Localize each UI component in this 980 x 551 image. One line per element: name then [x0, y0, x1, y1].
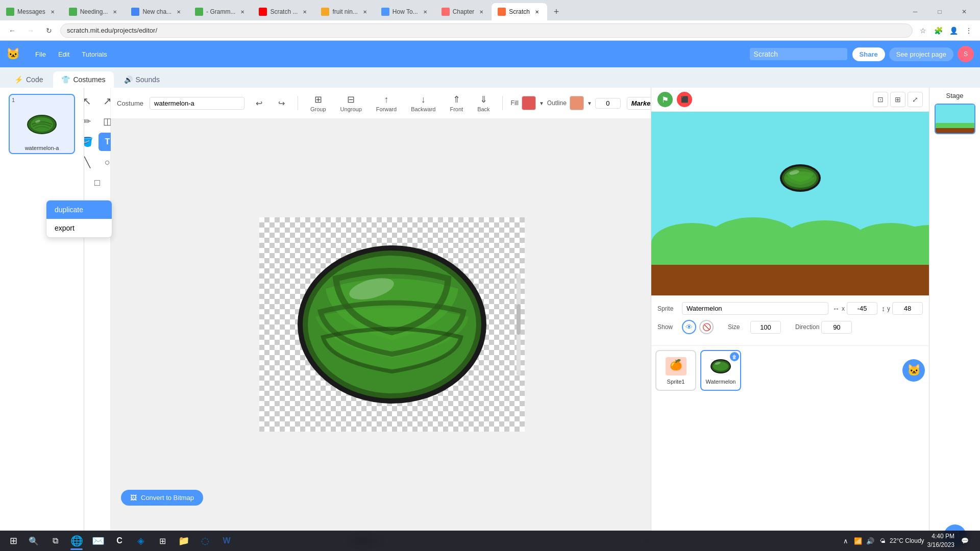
tab-code[interactable]: ⚡ Code	[6, 71, 51, 88]
tab-close-active[interactable]: ✕	[533, 8, 541, 16]
tab-sounds[interactable]: 🔊 Sounds	[116, 71, 168, 88]
costume-name-input[interactable]	[150, 97, 244, 110]
tab-close[interactable]: ✕	[175, 8, 183, 16]
show-eye-button[interactable]: 👁	[682, 320, 696, 334]
search-button[interactable]: 🔍	[23, 531, 44, 551]
group-button[interactable]: ⊞ Group	[306, 92, 330, 114]
fill-dropdown-arrow[interactable]: ▼	[539, 101, 544, 106]
tool-brush[interactable]: ✏	[84, 112, 96, 131]
url-bar[interactable]: scratch.mit.edu/projects/editor/	[60, 23, 913, 38]
tool-line[interactable]: ╲	[84, 153, 96, 171]
tab-messages[interactable]: Messages ✕	[0, 3, 63, 20]
stop-button[interactable]: ⬛	[677, 92, 692, 107]
ungroup-button[interactable]: ⊟ Ungroup	[336, 92, 366, 114]
sprite-name-input[interactable]	[682, 302, 828, 315]
sprite-item-watermelon[interactable]: 🗑 Watermelon	[700, 350, 741, 391]
context-menu-export[interactable]: export	[46, 219, 112, 237]
tab-costumes[interactable]: 👕 Costumes	[53, 71, 113, 88]
tray-expand-icon[interactable]: ∧	[841, 536, 851, 546]
tool-rect[interactable]: □	[88, 173, 107, 192]
tab-close[interactable]: ✕	[421, 8, 429, 16]
task-view-button[interactable]: ⧉	[45, 531, 65, 551]
view-stage-button[interactable]: ⊞	[890, 92, 905, 107]
user-avatar[interactable]: S	[958, 46, 974, 62]
extensions-icon[interactable]: 🧩	[932, 24, 944, 37]
canva-taskbar-button[interactable]: C	[109, 531, 130, 551]
green-flag-button[interactable]: ⚑	[657, 92, 673, 107]
tab-newcha[interactable]: New cha... ✕	[125, 3, 189, 20]
view-normal-button[interactable]: ⊡	[873, 92, 888, 107]
forward-button[interactable]: ↑ Forward	[372, 92, 401, 114]
tab-close[interactable]: ✕	[111, 8, 119, 16]
tab-fruitninja[interactable]: fruit nin... ✕	[315, 3, 375, 20]
sprite-item-1[interactable]: 🍊 Sprite1	[655, 350, 696, 391]
edge-taskbar-button[interactable]: ◌	[195, 531, 215, 551]
menu-tutorials[interactable]: Tutorials	[77, 48, 112, 60]
tab-needing[interactable]: Needing... ✕	[63, 3, 126, 20]
direction-input[interactable]	[821, 321, 852, 334]
menu-file[interactable]: File	[30, 48, 51, 60]
y-input[interactable]	[892, 302, 923, 315]
tab-close[interactable]: ✕	[301, 8, 309, 16]
x-input[interactable]	[847, 302, 877, 315]
menu-edit[interactable]: Edit	[53, 48, 75, 60]
minimize-button[interactable]: ─	[903, 4, 927, 20]
tab-close[interactable]: ✕	[477, 8, 485, 16]
context-menu-duplicate[interactable]: duplicate	[46, 201, 112, 219]
outline-color-swatch[interactable]	[570, 96, 584, 110]
outline-dropdown-arrow[interactable]: ▼	[587, 101, 592, 106]
convert-to-bitmap-button[interactable]: 🖼 Convert to Bitmap	[121, 490, 203, 506]
share-button[interactable]: Share	[852, 47, 885, 61]
maximize-button[interactable]: □	[928, 4, 951, 20]
back-button[interactable]: ⇓ Back	[473, 92, 494, 114]
front-button[interactable]: ⇑ Front	[446, 92, 467, 114]
hide-eye-button[interactable]: 🚫	[699, 320, 714, 334]
chrome-taskbar-button[interactable]: 🌐	[66, 531, 87, 551]
word-taskbar-button[interactable]: W	[216, 531, 237, 551]
settings-icon[interactable]: ⋮	[963, 24, 975, 37]
new-tab-button[interactable]: +	[549, 5, 564, 19]
backward-button[interactable]: ↓ Backward	[407, 92, 439, 114]
tab-gramma[interactable]: - Gramm... ✕	[189, 3, 253, 20]
volume-icon[interactable]: 🔊	[865, 536, 875, 546]
project-name-input[interactable]	[750, 48, 847, 60]
sprite-delete-icon[interactable]: 🗑	[730, 352, 739, 361]
undo-button[interactable]: ↩	[251, 95, 267, 111]
bookmark-icon[interactable]: ☆	[917, 24, 929, 37]
size-input[interactable]	[750, 321, 781, 334]
battery-icon[interactable]: 🌤	[877, 536, 888, 546]
tab-howto[interactable]: How To... ✕	[375, 3, 435, 20]
forward-button[interactable]: →	[23, 23, 38, 38]
see-project-button[interactable]: See project page	[889, 47, 953, 61]
network-icon[interactable]: 📶	[853, 536, 863, 546]
close-button[interactable]: ✕	[952, 4, 976, 20]
system-clock[interactable]: 4:40 PM 3/16/2023	[927, 532, 954, 549]
marker-select[interactable]: Marker ▼	[627, 97, 651, 110]
tool-select[interactable]: ↖	[84, 92, 96, 110]
stroke-width-input[interactable]	[595, 98, 621, 109]
windows-taskbar-button[interactable]: ⊞	[152, 531, 173, 551]
mail-taskbar-button[interactable]: ✉️	[88, 531, 108, 551]
canvas-scrollbar[interactable]	[517, 273, 521, 375]
watermelon-stage-svg[interactable]	[779, 163, 822, 193]
tab-close[interactable]: ✕	[361, 8, 369, 16]
reload-button[interactable]: ↻	[42, 23, 56, 38]
profile-icon[interactable]: 👤	[947, 24, 960, 37]
stage-thumbnail[interactable]	[935, 104, 975, 134]
tab-chapter[interactable]: Chapter ✕	[435, 3, 492, 20]
explorer-taskbar-button[interactable]: 📁	[174, 531, 194, 551]
tab-scratch-yt[interactable]: Scratch ... ✕	[253, 3, 315, 20]
vscode-taskbar-button[interactable]: ◈	[131, 531, 151, 551]
tool-fill[interactable]: 🪣	[84, 133, 96, 151]
back-button[interactable]: ←	[5, 23, 19, 38]
costume-item-1[interactable]: 1 watermelon-a	[9, 94, 75, 154]
drawing-canvas[interactable]: 🖼 Convert to Bitmap	[111, 119, 651, 530]
tab-close[interactable]: ✕	[48, 8, 57, 16]
notification-button[interactable]: 💬	[958, 534, 972, 548]
fill-color-swatch[interactable]	[522, 96, 536, 110]
tab-scratch-active[interactable]: Scratch ✕	[492, 3, 547, 20]
start-button[interactable]: ⊞	[4, 532, 22, 550]
view-fullscreen-button[interactable]: ⤢	[908, 92, 923, 107]
tab-close[interactable]: ✕	[238, 8, 247, 16]
redo-button[interactable]: ↪	[273, 95, 289, 111]
